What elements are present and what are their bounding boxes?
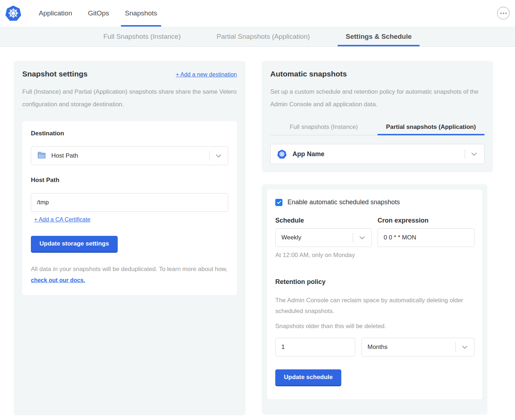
automatic-snapshots-description: Set up a custom schedule and retention p… [270,85,484,111]
select-divider [209,151,210,160]
nav-item-snapshots[interactable]: Snapshots [121,0,161,27]
schedule-interval-value: Weekly [281,234,353,241]
schedule-cron-grid: Schedule Cron expression Weekly [275,217,474,247]
kubernetes-logo [5,0,22,27]
enable-snapshots-checkbox[interactable] [275,199,282,206]
app-select-value: App Name [292,150,465,158]
ellipsis-icon [505,13,507,14]
destination-label: Destination [31,130,228,137]
snapshot-settings-title: Snapshot settings [22,70,88,78]
add-ca-certificate-link[interactable]: + Add a CA Certificate [34,216,90,223]
enable-snapshots-row[interactable]: Enable automatic scheduled snapshots [275,199,474,206]
retention-unit-select[interactable]: Months [361,338,474,356]
destination-select[interactable]: Host Path [31,146,228,165]
tab-settings-schedule[interactable]: Settings & Schedule [338,27,420,46]
host-path-input[interactable] [31,193,228,212]
tab-full-snapshots-instance[interactable]: Full snapshots (Instance) [270,123,378,135]
schedule-settings-card: Enable automatic scheduled snapshots Sch… [262,184,487,415]
cron-expression-input[interactable] [378,228,474,247]
chevron-down-icon[interactable] [358,233,366,242]
retention-value-input[interactable] [275,338,355,356]
select-divider [455,342,456,352]
add-new-destination-link[interactable]: + Add a new destination [176,71,237,78]
chevron-down-icon[interactable] [460,343,469,351]
app-kubernetes-icon [277,149,287,159]
snapshot-settings-card: Snapshot settings + Add a new destinatio… [14,61,245,415]
ellipsis-icon [500,13,502,14]
retention-policy-title: Retention policy [275,278,474,286]
tab-partial-snapshots-application[interactable]: Partial snapshots (Application) [378,123,485,135]
schedule-form: Enable automatic scheduled snapshots Sch… [267,190,482,399]
update-storage-settings-button[interactable]: Update storage settings [31,236,118,253]
chevron-down-icon[interactable] [214,151,223,160]
retention-unit-value: Months [367,344,455,351]
main-content: Snapshot settings + Add a new destinatio… [0,47,515,415]
ellipsis-icon [503,13,504,14]
retention-hint: Snapshots older than this will be delete… [275,323,474,330]
cron-readable-text: At 12:00 AM, only on Monday [275,252,474,259]
schedule-label: Schedule [275,217,372,224]
right-column: Automatic snapshots Set up a custom sche… [262,61,493,415]
enable-snapshots-label: Enable automatic scheduled snapshots [287,199,400,206]
select-divider [353,233,353,242]
dedup-note: All data in your snapshots will be dedup… [31,263,228,286]
automatic-snapshots-card: Automatic snapshots Set up a custom sche… [262,61,493,172]
cron-expression-label: Cron expression [378,217,474,224]
snapshot-type-tabs: Full snapshots (Instance) Partial snapsh… [270,123,484,135]
snapshot-settings-description: Full (Instance) and Partial (Application… [22,85,237,111]
chevron-down-icon[interactable] [470,150,478,158]
primary-nav: Application GitOps Snapshots [35,0,161,27]
nav-item-application[interactable]: Application [35,0,76,27]
automatic-snapshots-title: Automatic snapshots [270,70,484,78]
app-select[interactable]: App Name [270,144,484,164]
nav-item-gitops[interactable]: GitOps [84,0,113,27]
top-nav: Application GitOps Snapshots [0,0,515,27]
host-path-label: Host Path [31,177,228,184]
schedule-interval-select[interactable]: Weekly [275,228,372,247]
dedup-note-text: All data in your snapshots will be dedup… [31,266,228,272]
retention-grid: Months [275,338,474,356]
tab-full-snapshots[interactable]: Full Snapshots (Instance) [95,27,188,46]
destination-value: Host Path [51,152,209,159]
select-divider [465,149,465,159]
docs-link[interactable]: check out our docs. [31,277,85,283]
storage-settings-form: Destination Host Path Host Path + Add a … [22,121,237,295]
tab-partial-snapshots[interactable]: Partial Snapshots (Application) [209,27,318,46]
update-schedule-button[interactable]: Update schedule [275,369,341,386]
overflow-menu-button[interactable] [497,7,510,19]
snapshots-subnav: Full Snapshots (Instance) Partial Snapsh… [0,27,515,47]
retention-policy-description: The Admin Console can reclaim space by a… [275,295,474,317]
folder-icon [37,150,46,162]
